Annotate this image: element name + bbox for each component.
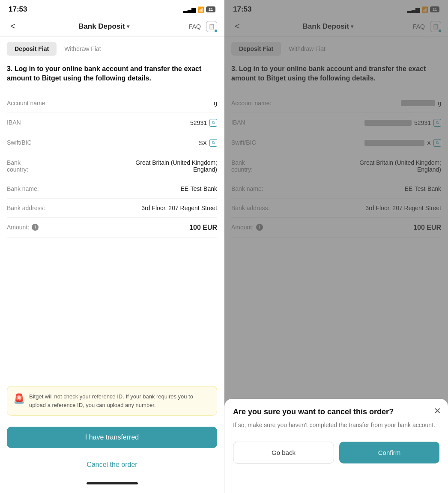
warning-box-left: 🚨 Bitget will not check your reference I… [7, 386, 217, 416]
warning-text-left: Bitget will not check your reference ID.… [29, 392, 211, 409]
battery-icon: 21 [206, 6, 215, 12]
field-swift-left: Swift/BIC SX ⧉ [7, 133, 217, 153]
label-bank-name: Bank name: [7, 185, 54, 192]
faq-link-left[interactable]: FAQ [189, 23, 201, 30]
status-icons-left: ▂▄▆ 📶 21 [183, 6, 215, 13]
modal-subtitle: If so, make sure you haven't completed t… [233, 421, 439, 430]
cancel-modal-sheet: ✕ Are you sure you want to cancel this o… [224, 399, 448, 493]
tabs-left: Deposit Fiat Withdraw Fiat [0, 37, 224, 56]
go-back-button[interactable]: Go back [233, 442, 334, 463]
modal-title: Are you sure you want to cancel this ord… [233, 407, 439, 416]
left-screen: 17:53 ▂▄▆ 📶 21 < Bank Deposit ▾ FAQ 📋 [0, 0, 224, 493]
field-account-name-left: Account name: g [7, 94, 217, 113]
step-title-left: 3. Log in to your online bank account an… [7, 64, 217, 83]
nav-title-chevron-left: ▾ [127, 24, 129, 30]
home-bar-left [87, 482, 138, 484]
field-bank-address-left: Bank address: 3rd Floor, 207 Regent Stre… [7, 199, 217, 218]
nav-bar-left: < Bank Deposit ▾ FAQ 📋 [0, 16, 224, 37]
field-bank-name-left: Bank name: EE-Test-Bank [7, 179, 217, 199]
modal-buttons: Go back Confirm [233, 442, 439, 463]
copy-iban-btn[interactable]: ⧉ [209, 119, 217, 127]
signal-icon: ▂▄▆ [183, 6, 196, 13]
right-screen: 17:53 ▂▄▆ 📶 21 < Bank Deposit ▾ FAQ 📋 [224, 0, 448, 493]
field-amount-left: Amount: i 100 EUR [7, 218, 217, 238]
transferred-button[interactable]: I have transferred [7, 427, 217, 448]
home-indicator-left [0, 478, 224, 493]
content-left: 3. Log in to your online bank account an… [0, 56, 224, 378]
value-swift: SX ⧉ [199, 139, 217, 147]
tab-deposit-left[interactable]: Deposit Fiat [7, 42, 57, 56]
modal-close-button[interactable]: ✕ [434, 406, 441, 416]
notification-dot-left [214, 29, 218, 33]
label-iban: IBAN [7, 119, 54, 126]
copy-swift-btn[interactable]: ⧉ [209, 139, 217, 147]
warning-emoji-icon: 🚨 [13, 393, 25, 404]
nav-right-left: FAQ 📋 [189, 21, 217, 32]
tab-withdraw-left[interactable]: Withdraw Fiat [57, 42, 109, 56]
label-swift: Swift/BIC [7, 139, 54, 146]
value-bank-name: EE-Test-Bank [180, 185, 217, 192]
label-amount: Amount: i [7, 224, 54, 231]
cancel-modal-overlay: ✕ Are you sure you want to cancel this o… [224, 0, 448, 493]
value-amount: 100 EUR [189, 224, 217, 232]
orders-icon-left[interactable]: 📋 [206, 21, 217, 32]
field-bank-country-left: Bankcountry: Great Britain (United Kingd… [7, 153, 217, 179]
label-bank-country: Bankcountry: [7, 159, 54, 173]
wifi-icon: 📶 [197, 6, 204, 13]
nav-title-left: Bank Deposit ▾ [78, 22, 129, 31]
value-iban: 52931 ⧉ [190, 119, 217, 127]
field-iban-left: IBAN 52931 ⧉ [7, 113, 217, 133]
label-account-name: Account name: [7, 100, 54, 107]
value-bank-address: 3rd Floor, 207 Regent Street [141, 205, 217, 211]
back-button-left[interactable]: < [7, 20, 19, 33]
label-bank-address: Bank address: [7, 205, 54, 211]
value-account-name: g [214, 100, 217, 107]
amount-info-icon[interactable]: i [32, 224, 39, 231]
status-time-left: 17:53 [9, 5, 27, 14]
cancel-order-button[interactable]: Cancel the order [7, 455, 217, 475]
value-bank-country: Great Britain (United Kingdom;England) [135, 159, 217, 173]
status-bar-left: 17:53 ▂▄▆ 📶 21 [0, 0, 224, 16]
confirm-button[interactable]: Confirm [339, 442, 439, 463]
